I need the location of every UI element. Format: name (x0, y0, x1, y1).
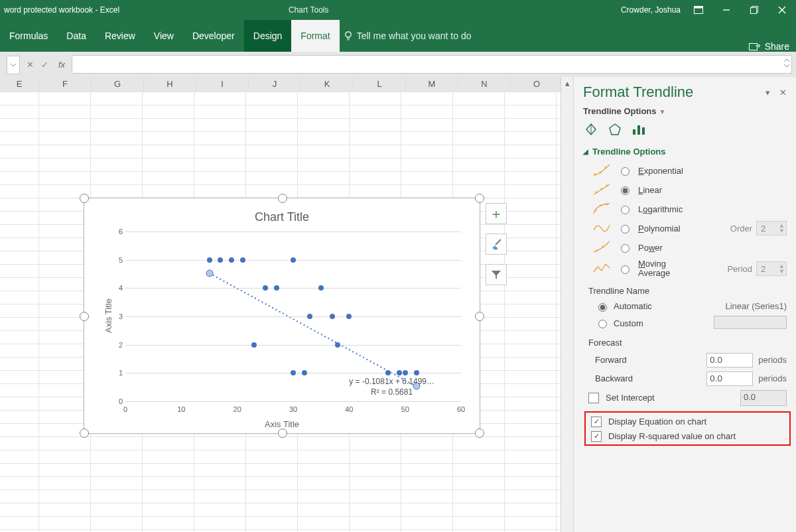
data-point[interactable] (346, 314, 352, 319)
option-polynomial[interactable]: PolynomialPolynomial Order 2▲▼ (574, 218, 796, 237)
ribbon-display-options-icon[interactable] (685, 0, 712, 20)
scroll-up-icon[interactable]: ▴ (561, 77, 573, 89)
col-header[interactable]: F (39, 77, 92, 92)
trendline-options-tab-icon[interactable] (631, 121, 647, 137)
resize-handle[interactable] (278, 194, 287, 203)
chart-elements-button[interactable]: ＋ (486, 203, 507, 224)
option-name-automatic[interactable]: AutomaticAutomatic Linear (Series1) (574, 299, 796, 313)
chart-styles-button[interactable] (486, 233, 507, 255)
vertical-scrollbar[interactable]: ▴ (561, 77, 573, 532)
data-point[interactable] (251, 342, 257, 348)
col-header[interactable]: E (0, 77, 39, 92)
tab-format[interactable]: Format (291, 20, 339, 52)
option-exponential[interactable]: EExponentialxponential (574, 161, 796, 180)
resize-handle[interactable] (475, 429, 484, 438)
tab-design[interactable]: Design (244, 20, 292, 52)
plot-area[interactable]: y = -0.1081x + 6.1499… R² = 0.5681 01234… (125, 232, 461, 401)
display-equation-checkbox[interactable]: ✓ (591, 417, 602, 427)
col-header[interactable]: J (249, 77, 301, 92)
data-point[interactable] (207, 257, 212, 263)
display-r2-row[interactable]: ✓ Display R-squared value on chartDispla… (586, 429, 789, 443)
fill-line-tab-icon[interactable] (583, 121, 599, 137)
restore-button[interactable] (740, 0, 768, 20)
col-header[interactable]: M (406, 77, 458, 92)
data-point[interactable] (218, 257, 223, 263)
resize-handle[interactable] (278, 429, 287, 438)
x-axis-title[interactable]: Axis Title (84, 419, 480, 429)
data-point[interactable] (291, 257, 296, 263)
formula-input[interactable] (72, 55, 792, 74)
ribbon-tabs: Formulas Data Review View Developer Desi… (0, 20, 796, 52)
data-point[interactable] (229, 257, 234, 263)
data-point[interactable] (302, 370, 307, 375)
display-r2-checkbox[interactable]: ✓ (591, 431, 602, 442)
tab-data[interactable]: Data (57, 20, 96, 52)
svg-rect-17 (642, 127, 645, 135)
resize-handle[interactable] (80, 194, 89, 203)
col-header[interactable]: O (511, 77, 561, 92)
forward-input[interactable] (706, 353, 753, 367)
resize-handle[interactable] (475, 312, 484, 321)
col-header[interactable]: L (354, 77, 406, 92)
tab-developer[interactable]: Developer (183, 20, 244, 52)
fx-label[interactable]: fx (52, 60, 68, 70)
option-moving-average[interactable]: MovingAverageMovingAverage Period 2▲▼ (574, 257, 796, 281)
display-equation-row[interactable]: ✓ Display Equation on chartDisplay Equat… (586, 414, 789, 429)
set-intercept-checkbox[interactable] (588, 393, 599, 403)
name-box[interactable] (0, 56, 7, 73)
tab-view[interactable]: View (145, 20, 183, 52)
custom-name-input[interactable] (714, 316, 787, 329)
pane-subtitle[interactable]: Trendline Options▼ (574, 105, 796, 121)
option-name-custom[interactable]: CustomCustom (574, 313, 796, 332)
pane-close-icon[interactable]: ✕ (779, 88, 787, 98)
data-point[interactable] (263, 285, 268, 291)
worksheet-grid[interactable]: E F G H I J K L M N O ＋ (0, 77, 561, 532)
cancel-formula-icon[interactable]: ✕ (23, 60, 37, 70)
expand-formula-bar-icon[interactable] (783, 58, 790, 70)
data-point[interactable] (397, 370, 402, 375)
col-header[interactable]: H (144, 77, 196, 92)
set-intercept-row[interactable]: Set InterceptSet Intercept 0.0 (574, 387, 796, 407)
enter-formula-icon[interactable]: ✓ (37, 60, 52, 70)
name-box-dropdown[interactable] (7, 56, 20, 74)
option-logarithmic[interactable]: LogarithmicLogarithmic (574, 199, 796, 218)
col-header[interactable]: N (458, 77, 511, 92)
effects-tab-icon[interactable] (607, 121, 623, 137)
close-button[interactable] (768, 0, 796, 20)
data-point[interactable] (307, 314, 312, 319)
resize-handle[interactable] (80, 312, 89, 321)
chart-filters-button[interactable] (486, 264, 507, 285)
share-button[interactable]: Share (749, 41, 796, 52)
section-trendline-options[interactable]: ◢ Trendline Options (574, 144, 796, 161)
trendline-endpoint[interactable] (413, 383, 420, 390)
data-point[interactable] (240, 257, 245, 263)
minimize-button[interactable] (712, 0, 740, 20)
option-linear[interactable]: LinearLinear (574, 180, 796, 199)
embedded-chart[interactable]: Chart Title Axis Title Axis Title y = -0… (84, 198, 480, 434)
tell-me[interactable]: Tell me what you want to do (340, 20, 476, 52)
trendline-endpoint[interactable] (206, 269, 213, 277)
resize-handle[interactable] (80, 429, 89, 438)
pane-menu-icon[interactable]: ▾ (765, 88, 770, 98)
data-point[interactable] (330, 314, 335, 319)
data-point[interactable] (274, 285, 279, 291)
signed-in-user[interactable]: Crowder, Joshua (621, 5, 685, 15)
col-header[interactable]: I (196, 77, 249, 92)
option-power[interactable]: PowerPower (574, 237, 796, 257)
data-point[interactable] (291, 370, 296, 375)
col-header[interactable]: G (92, 77, 144, 92)
linear-icon (592, 182, 611, 197)
data-point[interactable] (385, 370, 391, 375)
backward-input[interactable] (706, 371, 753, 386)
data-point[interactable] (335, 342, 340, 348)
tab-review[interactable]: Review (96, 20, 145, 52)
data-point[interactable] (318, 285, 324, 291)
data-point[interactable] (403, 370, 408, 375)
trendline-equation-label[interactable]: y = -0.1081x + 6.1499… R² = 0.5681 (349, 376, 434, 397)
col-header[interactable]: K (301, 77, 354, 92)
svg-point-18 (594, 174, 596, 176)
data-point[interactable] (414, 370, 419, 375)
tab-formulas[interactable]: Formulas (0, 20, 57, 52)
svg-rect-1 (695, 7, 703, 9)
resize-handle[interactable] (475, 194, 484, 203)
